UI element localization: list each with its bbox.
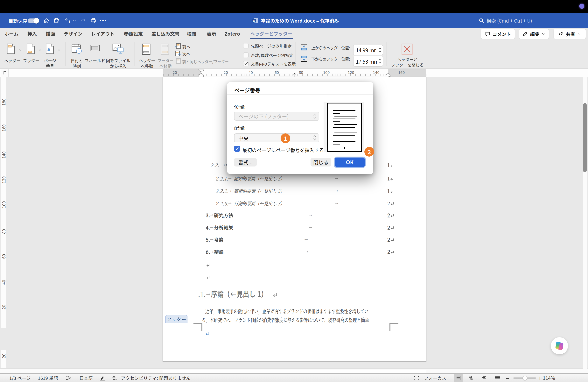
svg-text:#: # xyxy=(47,46,50,53)
svg-text:W: W xyxy=(253,19,255,22)
